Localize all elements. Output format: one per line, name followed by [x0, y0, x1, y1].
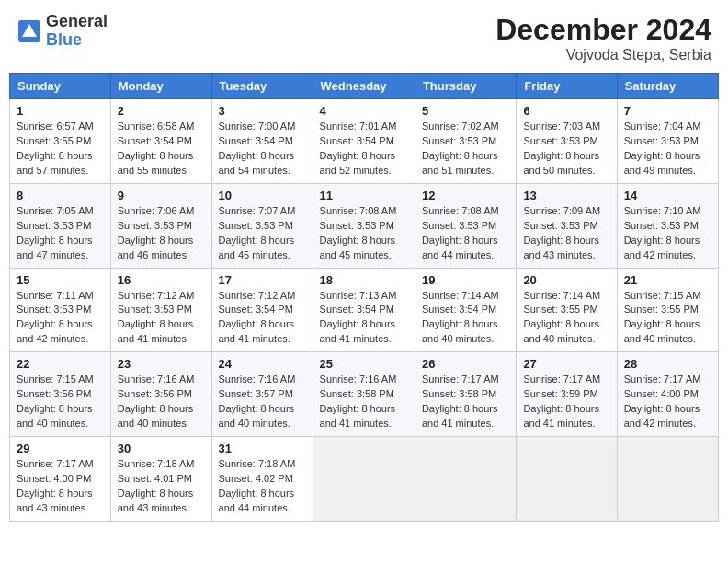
day-info: Sunrise: 7:15 AM Sunset: 3:55 PM Dayligh…: [624, 289, 711, 348]
logo: General Blue: [17, 13, 108, 50]
day-info: Sunrise: 7:16 AM Sunset: 3:57 PM Dayligh…: [219, 373, 306, 431]
day-number: 12: [422, 189, 509, 202]
day-info: Sunrise: 7:10 AM Sunset: 3:53 PM Dayligh…: [624, 204, 711, 263]
day-info: Sunrise: 7:08 AM Sunset: 3:53 PM Dayligh…: [422, 204, 509, 263]
calendar-cell: [415, 437, 516, 522]
day-info: Sunrise: 7:15 AM Sunset: 3:56 PM Dayligh…: [17, 373, 104, 431]
month-title: December 2024: [495, 13, 711, 47]
calendar-cell: 22 Sunrise: 7:15 AM Sunset: 3:56 PM Dayl…: [10, 352, 111, 437]
calendar-cell: [617, 437, 718, 522]
page-header: General Blue December 2024 Vojvoda Stepa…: [9, 9, 719, 67]
calendar-cell: 9 Sunrise: 7:06 AM Sunset: 3:53 PM Dayli…: [110, 183, 211, 268]
weekday-header-monday: Monday: [110, 74, 211, 99]
day-number: 28: [624, 357, 711, 371]
calendar-cell: 18 Sunrise: 7:13 AM Sunset: 3:54 PM Dayl…: [313, 268, 415, 352]
day-number: 6: [523, 104, 609, 118]
calendar-cell: 29 Sunrise: 7:17 AM Sunset: 4:00 PM Dayl…: [10, 437, 111, 522]
calendar-cell: 15 Sunrise: 7:11 AM Sunset: 3:53 PM Dayl…: [10, 268, 111, 352]
day-number: 15: [17, 273, 104, 287]
day-number: 16: [118, 273, 205, 287]
day-number: 7: [624, 104, 711, 118]
day-info: Sunrise: 7:09 AM Sunset: 3:53 PM Dayligh…: [523, 204, 609, 263]
calendar-cell: 24 Sunrise: 7:16 AM Sunset: 3:57 PM Dayl…: [211, 352, 313, 437]
calendar-cell: 19 Sunrise: 7:14 AM Sunset: 3:54 PM Dayl…: [415, 268, 516, 352]
day-info: Sunrise: 7:01 AM Sunset: 3:54 PM Dayligh…: [320, 120, 408, 178]
day-number: 25: [320, 357, 408, 371]
day-info: Sunrise: 7:17 AM Sunset: 3:59 PM Dayligh…: [523, 373, 609, 431]
day-number: 11: [320, 189, 408, 202]
logo-icon: [17, 18, 42, 44]
day-number: 14: [624, 189, 711, 202]
calendar-cell: 1 Sunrise: 6:57 AM Sunset: 3:55 PM Dayli…: [10, 99, 111, 184]
day-number: 20: [523, 273, 609, 287]
calendar-cell: [313, 437, 415, 522]
calendar-cell: 2 Sunrise: 6:58 AM Sunset: 3:54 PM Dayli…: [110, 99, 211, 184]
day-info: Sunrise: 7:18 AM Sunset: 4:01 PM Dayligh…: [118, 457, 205, 516]
calendar-week-row: 29 Sunrise: 7:17 AM Sunset: 4:00 PM Dayl…: [10, 437, 719, 522]
day-info: Sunrise: 7:04 AM Sunset: 3:53 PM Dayligh…: [624, 120, 711, 178]
day-number: 2: [118, 104, 205, 118]
calendar-week-row: 1 Sunrise: 6:57 AM Sunset: 3:55 PM Dayli…: [10, 99, 719, 184]
day-number: 3: [219, 104, 306, 118]
day-number: 22: [17, 357, 104, 371]
day-number: 1: [17, 104, 104, 118]
day-number: 13: [523, 189, 609, 202]
day-number: 24: [219, 357, 306, 371]
weekday-header-thursday: Thursday: [415, 74, 516, 99]
calendar-cell: 12 Sunrise: 7:08 AM Sunset: 3:53 PM Dayl…: [415, 183, 516, 268]
calendar-cell: 16 Sunrise: 7:12 AM Sunset: 3:53 PM Dayl…: [110, 268, 211, 352]
calendar-week-row: 22 Sunrise: 7:15 AM Sunset: 3:56 PM Dayl…: [10, 352, 719, 437]
day-info: Sunrise: 7:17 AM Sunset: 3:58 PM Dayligh…: [422, 373, 509, 431]
calendar-cell: 10 Sunrise: 7:07 AM Sunset: 3:53 PM Dayl…: [211, 183, 313, 268]
day-number: 30: [118, 442, 205, 455]
day-info: Sunrise: 7:03 AM Sunset: 3:53 PM Dayligh…: [523, 120, 609, 178]
day-info: Sunrise: 7:16 AM Sunset: 3:58 PM Dayligh…: [320, 373, 408, 431]
calendar-cell: 7 Sunrise: 7:04 AM Sunset: 3:53 PM Dayli…: [617, 99, 718, 184]
day-info: Sunrise: 6:58 AM Sunset: 3:54 PM Dayligh…: [118, 120, 205, 178]
day-info: Sunrise: 7:06 AM Sunset: 3:53 PM Dayligh…: [118, 204, 205, 263]
calendar-cell: 23 Sunrise: 7:16 AM Sunset: 3:56 PM Dayl…: [110, 352, 211, 437]
calendar-cell: 4 Sunrise: 7:01 AM Sunset: 3:54 PM Dayli…: [313, 99, 415, 184]
day-info: Sunrise: 7:11 AM Sunset: 3:53 PM Dayligh…: [17, 289, 104, 348]
calendar-cell: [517, 437, 617, 522]
logo-blue-text: Blue: [46, 31, 108, 50]
day-number: 23: [118, 357, 205, 371]
weekday-header-wednesday: Wednesday: [313, 74, 415, 99]
title-section: December 2024 Vojvoda Stepa, Serbia: [495, 13, 711, 63]
calendar-cell: 26 Sunrise: 7:17 AM Sunset: 3:58 PM Dayl…: [415, 352, 516, 437]
day-info: Sunrise: 7:02 AM Sunset: 3:53 PM Dayligh…: [422, 120, 509, 178]
calendar-cell: 20 Sunrise: 7:14 AM Sunset: 3:55 PM Dayl…: [517, 268, 617, 352]
calendar-cell: 14 Sunrise: 7:10 AM Sunset: 3:53 PM Dayl…: [617, 183, 718, 268]
weekday-header-tuesday: Tuesday: [211, 74, 313, 99]
day-info: Sunrise: 6:57 AM Sunset: 3:55 PM Dayligh…: [17, 120, 104, 178]
location-subtitle: Vojvoda Stepa, Serbia: [495, 47, 711, 63]
day-info: Sunrise: 7:16 AM Sunset: 3:56 PM Dayligh…: [118, 373, 205, 431]
calendar-cell: 21 Sunrise: 7:15 AM Sunset: 3:55 PM Dayl…: [617, 268, 718, 352]
day-number: 31: [219, 442, 306, 455]
day-number: 29: [17, 442, 104, 455]
calendar-cell: 5 Sunrise: 7:02 AM Sunset: 3:53 PM Dayli…: [415, 99, 516, 184]
day-info: Sunrise: 7:17 AM Sunset: 4:00 PM Dayligh…: [624, 373, 711, 431]
day-number: 8: [17, 189, 104, 202]
day-info: Sunrise: 7:18 AM Sunset: 4:02 PM Dayligh…: [219, 457, 306, 516]
calendar-cell: 6 Sunrise: 7:03 AM Sunset: 3:53 PM Dayli…: [517, 99, 617, 184]
day-number: 18: [320, 273, 408, 287]
day-info: Sunrise: 7:08 AM Sunset: 3:53 PM Dayligh…: [320, 204, 408, 263]
calendar-cell: 11 Sunrise: 7:08 AM Sunset: 3:53 PM Dayl…: [313, 183, 415, 268]
calendar-cell: 17 Sunrise: 7:12 AM Sunset: 3:54 PM Dayl…: [211, 268, 313, 352]
day-info: Sunrise: 7:12 AM Sunset: 3:54 PM Dayligh…: [219, 289, 306, 348]
day-number: 9: [118, 189, 205, 202]
day-info: Sunrise: 7:07 AM Sunset: 3:53 PM Dayligh…: [219, 204, 306, 263]
day-info: Sunrise: 7:13 AM Sunset: 3:54 PM Dayligh…: [320, 289, 408, 348]
calendar-week-row: 15 Sunrise: 7:11 AM Sunset: 3:53 PM Dayl…: [10, 268, 719, 352]
calendar-week-row: 8 Sunrise: 7:05 AM Sunset: 3:53 PM Dayli…: [10, 183, 719, 268]
day-info: Sunrise: 7:12 AM Sunset: 3:53 PM Dayligh…: [118, 289, 205, 348]
calendar-cell: 13 Sunrise: 7:09 AM Sunset: 3:53 PM Dayl…: [517, 183, 617, 268]
day-number: 5: [422, 104, 509, 118]
calendar-cell: 28 Sunrise: 7:17 AM Sunset: 4:00 PM Dayl…: [617, 352, 718, 437]
day-number: 10: [219, 189, 306, 202]
day-info: Sunrise: 7:00 AM Sunset: 3:54 PM Dayligh…: [219, 120, 306, 178]
day-info: Sunrise: 7:05 AM Sunset: 3:53 PM Dayligh…: [17, 204, 104, 263]
weekday-header-saturday: Saturday: [617, 74, 718, 99]
day-number: 21: [624, 273, 711, 287]
